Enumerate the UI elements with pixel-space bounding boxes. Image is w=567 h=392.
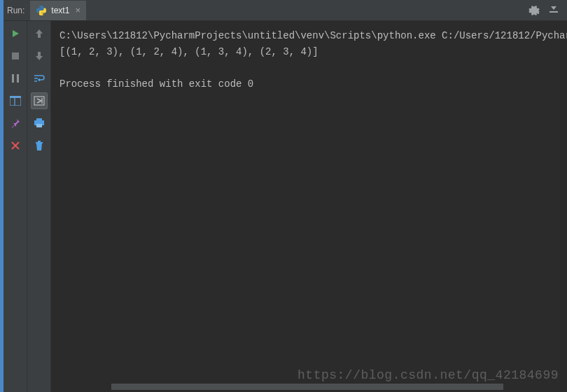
svg-rect-0 bbox=[550, 11, 558, 13]
run-actions-col-2 bbox=[27, 21, 51, 392]
close-tab-icon[interactable]: × bbox=[74, 5, 82, 15]
print-icon[interactable] bbox=[31, 115, 48, 132]
svg-rect-3 bbox=[17, 74, 19, 83]
hide-panel-icon[interactable] bbox=[547, 4, 560, 17]
run-icon[interactable] bbox=[7, 25, 24, 42]
stop-icon[interactable] bbox=[7, 48, 24, 64]
svg-rect-15 bbox=[36, 124, 42, 127]
horizontal-scrollbar-thumb[interactable] bbox=[111, 384, 503, 390]
svg-rect-5 bbox=[10, 96, 21, 98]
watermark-text: https://blog.csdn.net/qq_42184699 bbox=[298, 368, 559, 382]
svg-rect-11 bbox=[34, 97, 44, 105]
console-text: C:\Users\121812\PycharmProjects\untitled… bbox=[51, 21, 567, 92]
svg-rect-17 bbox=[38, 141, 41, 142]
arrow-up-icon[interactable] bbox=[31, 25, 48, 42]
run-actions-col-1 bbox=[4, 21, 27, 392]
run-tab-label: text1 bbox=[51, 6, 69, 15]
horizontal-scrollbar[interactable] bbox=[59, 384, 560, 391]
close-red-icon[interactable] bbox=[7, 137, 24, 154]
scroll-to-end-icon[interactable] bbox=[31, 92, 48, 109]
console-line-1: C:\Users\121812\PycharmProjects\untitled… bbox=[59, 30, 567, 41]
pause-icon[interactable] bbox=[7, 70, 24, 87]
layout-settings-icon[interactable] bbox=[7, 92, 24, 109]
svg-rect-13 bbox=[36, 118, 42, 120]
console-line-2: [(1, 2, 3), (1, 2, 4), (1, 3, 4), (2, 3,… bbox=[59, 46, 318, 57]
soft-wrap-icon[interactable] bbox=[31, 70, 48, 87]
window-left-gutter bbox=[0, 0, 4, 392]
run-panel-label: Run: bbox=[0, 6, 30, 15]
run-tool-top-bar: Run: text1 × bbox=[0, 0, 567, 21]
python-file-icon bbox=[36, 5, 47, 16]
console-line-4: Process finished with exit code 0 bbox=[59, 78, 253, 90]
console-output[interactable]: C:\Users\121812\PycharmProjects\untitled… bbox=[51, 21, 567, 392]
pin-icon[interactable] bbox=[7, 115, 24, 132]
run-body: C:\Users\121812\PycharmProjects\untitled… bbox=[0, 21, 567, 392]
arrow-down-icon[interactable] bbox=[31, 48, 48, 64]
run-toolbar-right bbox=[528, 4, 567, 17]
svg-rect-16 bbox=[36, 142, 43, 144]
svg-rect-2 bbox=[12, 74, 14, 83]
run-tab-text1[interactable]: text1 × bbox=[30, 1, 86, 20]
trash-icon[interactable] bbox=[31, 137, 48, 154]
svg-rect-1 bbox=[12, 52, 19, 59]
gear-icon[interactable] bbox=[528, 4, 540, 17]
